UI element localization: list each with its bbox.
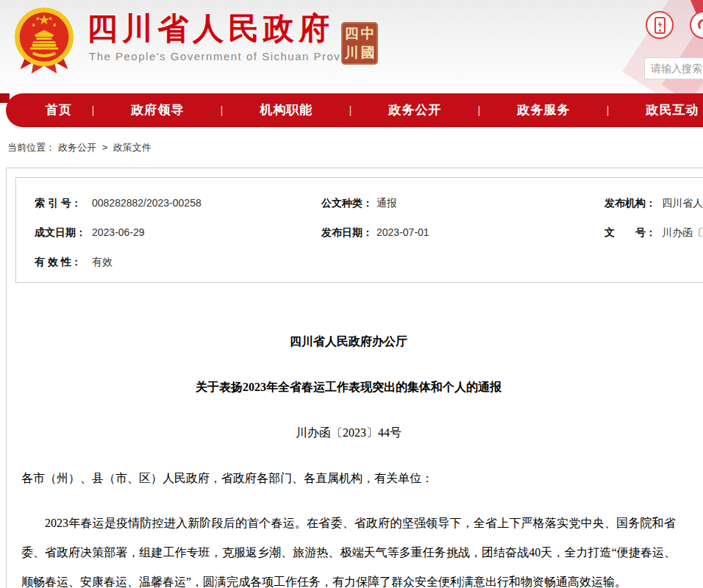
issuing-agency-value: 四川省人 (662, 188, 703, 218)
main-nav: 首页 | 政府领导 | 机构职能 | 政务公开 | 政务服务 | 政民互动 (6, 93, 703, 127)
nav-item-label: 政务公开 (389, 103, 442, 117)
mobile-version-button[interactable] (646, 11, 674, 39)
search-input[interactable] (644, 57, 703, 79)
nav-item-label: 政民互动 (646, 103, 699, 117)
document-paragraph: 2023年春运是疫情防控进入新阶段后的首个春运。在省委、省政府的坚强领导下，全省… (21, 509, 676, 588)
seal-char: 四 (345, 24, 359, 43)
document-metadata-box: 索 引 号： 008282882/2023-00258 公文种类： 通报 发布机… (15, 177, 703, 283)
nav-item-gov-info[interactable]: | 政务公开 (351, 93, 479, 127)
sichuan-seal-icon: 四 中 川 國 (341, 22, 378, 65)
seal-char: 中 (361, 24, 375, 43)
index-number-value: 008282882/2023-00258 (92, 188, 201, 218)
nav-separator: | (606, 93, 610, 127)
headset-icon (698, 19, 703, 31)
publish-date-value: 2023-07-01 (377, 218, 429, 247)
page: 四川省人民政府 The People's Government of Sichu… (0, 0, 703, 588)
written-date-label: 成文日期： (35, 218, 86, 247)
breadcrumb-separator: > (102, 142, 108, 153)
nav-separator: | (91, 93, 96, 127)
validity-label: 有 效 性： (35, 247, 82, 276)
phone-icon (654, 17, 665, 34)
metadata-row: 成文日期： 2023-06-29 发布日期： 2023-07-01 文 号： 川… (16, 218, 703, 247)
bolt-icon (658, 21, 663, 29)
metadata-row: 索 引 号： 008282882/2023-00258 公文种类： 通报 发布机… (16, 188, 703, 218)
breadcrumb-link-gov-info[interactable]: 政务公开 (58, 142, 96, 153)
nav-separator: | (477, 93, 482, 127)
document-body: 四川省人民政府办公厅 关于表扬2023年全省春运工作表现突出的集体和个人的通报 … (7, 333, 690, 588)
nav-item-home[interactable]: 首页 (6, 93, 93, 127)
validity-value: 有效 (92, 247, 113, 276)
seal-char: 國 (361, 43, 375, 62)
seal-char: 川 (345, 43, 359, 62)
doc-type-label: 公文种类： (321, 188, 373, 218)
doc-type-value: 通报 (377, 188, 397, 218)
nav-separator: | (220, 93, 224, 127)
document-number: 川办函〔2023〕44号 (21, 424, 676, 442)
document-issuer: 四川省人民政府办公厅 (21, 333, 676, 351)
publish-date-label: 发布日期： (321, 218, 373, 247)
site-subtitle: The People's Government of Sichuan Provi… (89, 50, 365, 62)
metadata-row: 有 效 性： 有效 (16, 247, 703, 276)
index-number-label: 索 引 号： (35, 188, 82, 218)
nav-item-functions[interactable]: | 机构职能 (222, 93, 351, 127)
nav-item-label: 政府领导 (132, 103, 185, 117)
nav-item-interaction[interactable]: | 政民互动 (608, 93, 703, 127)
nav-item-label: 机构职能 (260, 103, 313, 117)
breadcrumb-link-policy-docs[interactable]: 政策文件 (113, 142, 151, 153)
site-title: 四川省人民政府 (87, 12, 334, 46)
written-date-value: 2023-06-29 (92, 218, 145, 247)
doc-number-value: 川办函〔 (662, 218, 703, 247)
nav-item-leaders[interactable]: | 政府领导 (93, 93, 222, 127)
nav-item-label: 政务服务 (518, 103, 571, 117)
doc-number-label: 文 号： (604, 218, 656, 247)
content-panel: 索 引 号： 008282882/2023-00258 公文种类： 通报 发布机… (6, 168, 703, 588)
document-salutation: 各市（州）、县（市、区）人民政府，省政府各部门、各直属机构，有关单位： (21, 470, 676, 487)
nav-item-services[interactable]: | 政务服务 (479, 93, 608, 127)
breadcrumb: 当前位置：政务公开 > 政策文件 (7, 141, 154, 154)
national-emblem-icon[interactable] (13, 6, 75, 76)
nav-separator: | (349, 93, 353, 127)
document-title: 关于表扬2023年全省春运工作表现突出的集体和个人的通报 (21, 379, 676, 396)
issuing-agency-label: 发布机构： (604, 188, 656, 218)
breadcrumb-prefix: 当前位置： (7, 142, 55, 153)
site-header: 四川省人民政府 The People's Government of Sichu… (0, 0, 703, 90)
